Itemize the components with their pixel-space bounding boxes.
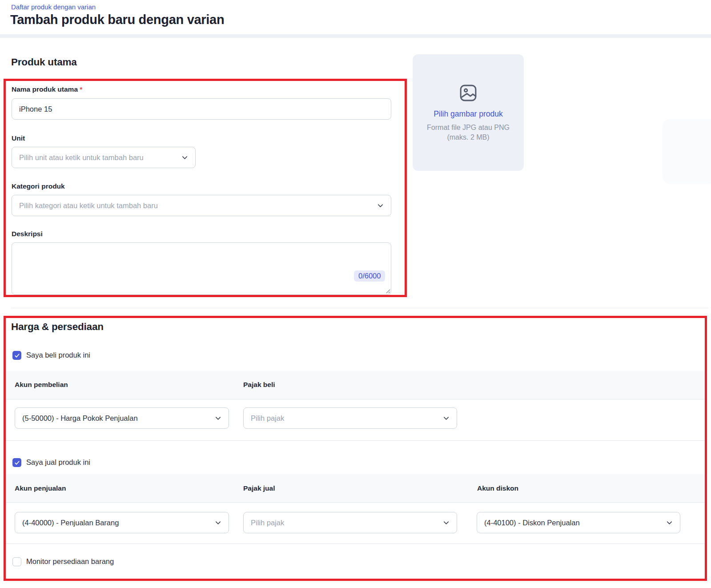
- deskripsi-label: Deskripsi: [12, 230, 43, 238]
- saya-jual-label[interactable]: Saya jual produk ini: [26, 458, 90, 467]
- akun-diskon-value: (4-40100) - Diskon Penjualan: [484, 519, 662, 527]
- akun-penjualan-select[interactable]: (4-40000) - Penjualan Barang: [15, 512, 229, 533]
- pajak-jual-select[interactable]: Pilih pajak: [243, 512, 457, 533]
- add-product-page: Daftar produk dengan varian Tambah produ…: [0, 0, 711, 588]
- akun-penjualan-value: (4-40000) - Penjualan Barang: [22, 519, 210, 527]
- saya-beli-label[interactable]: Saya beli produk ini: [26, 351, 90, 359]
- unit-select-placeholder: Pilih unit atau ketik untuk tambah baru: [19, 153, 177, 162]
- pajak-jual-label: Pajak jual: [243, 484, 275, 492]
- akun-pembelian-value: (5-50000) - Harga Pokok Penjualan: [22, 414, 210, 423]
- chevron-down-icon: [181, 154, 188, 161]
- akun-diskon-select[interactable]: (4-40100) - Diskon Penjualan: [477, 512, 680, 533]
- chevron-down-icon: [443, 415, 450, 422]
- section-heading-harga: Harga & persediaan: [11, 321, 104, 333]
- section-divider: [11, 308, 708, 308]
- jual-columns-header-row: [6, 474, 705, 503]
- deskripsi-textarea[interactable]: [12, 242, 391, 295]
- kategori-select-placeholder: Pilih kategori atau ketik untuk tambah b…: [19, 201, 373, 210]
- akun-pembelian-select[interactable]: (5-50000) - Harga Pokok Penjualan: [15, 407, 229, 429]
- chevron-down-icon: [377, 202, 384, 209]
- akun-penjualan-label: Akun penjualan: [15, 484, 66, 492]
- nama-produk-label-text: Nama produk utama: [12, 85, 78, 93]
- char-counter-badge: 0/6000: [354, 270, 385, 282]
- breadcrumb[interactable]: Daftar produk dengan varian: [11, 3, 96, 11]
- pajak-beli-placeholder: Pilih pajak: [251, 414, 438, 423]
- section-heading-produk-utama: Produk utama: [11, 56, 77, 68]
- upload-hint-line1: Format file JPG atau PNG: [427, 123, 510, 133]
- pajak-beli-label: Pajak beli: [243, 381, 275, 389]
- pilih-gambar-link[interactable]: Pilih gambar produk: [434, 109, 503, 119]
- kategori-label: Kategori produk: [12, 182, 65, 190]
- row-divider: [6, 440, 705, 441]
- monitor-persediaan-checkbox[interactable]: [12, 557, 21, 566]
- beli-columns-header-row: [6, 371, 705, 399]
- akun-diskon-label: Akun diskon: [477, 484, 518, 492]
- row-divider: [6, 544, 705, 544]
- kategori-select[interactable]: Pilih kategori atau ketik untuk tambah b…: [12, 195, 391, 216]
- check-icon: [14, 353, 20, 358]
- header-divider-band: [0, 34, 711, 38]
- upload-hint-line2: (maks. 2 MB): [427, 133, 510, 142]
- chevron-down-icon: [215, 415, 221, 422]
- resize-handle-icon[interactable]: [386, 289, 390, 294]
- page-title: Tambah produk baru dengan varian: [10, 12, 224, 27]
- chevron-down-icon: [666, 520, 673, 526]
- required-asterisk: *: [80, 85, 82, 93]
- annotation-box-harga-persediaan: [4, 316, 707, 581]
- saya-beli-checkbox[interactable]: [12, 351, 21, 360]
- image-icon: [458, 83, 478, 103]
- product-image-upload-box[interactable]: Pilih gambar produk Format file JPG atau…: [413, 54, 524, 171]
- pajak-jual-placeholder: Pilih pajak: [251, 519, 438, 527]
- unit-label: Unit: [12, 134, 25, 142]
- monitor-persediaan-label[interactable]: Monitor persediaan barang: [26, 557, 114, 566]
- check-icon: [14, 460, 20, 466]
- chevron-down-icon: [443, 520, 450, 526]
- upload-hint: Format file JPG atau PNG (maks. 2 MB): [427, 123, 510, 142]
- nama-produk-label: Nama produk utama *: [12, 85, 82, 93]
- saya-jual-checkbox[interactable]: [12, 458, 21, 467]
- pajak-beli-select[interactable]: Pilih pajak: [243, 407, 457, 429]
- chevron-down-icon: [215, 520, 221, 526]
- akun-pembelian-label: Akun pembelian: [15, 381, 68, 389]
- faint-artifact: [663, 119, 711, 184]
- nama-produk-input[interactable]: [12, 98, 391, 120]
- unit-select[interactable]: Pilih unit atau ketik untuk tambah baru: [12, 147, 196, 168]
